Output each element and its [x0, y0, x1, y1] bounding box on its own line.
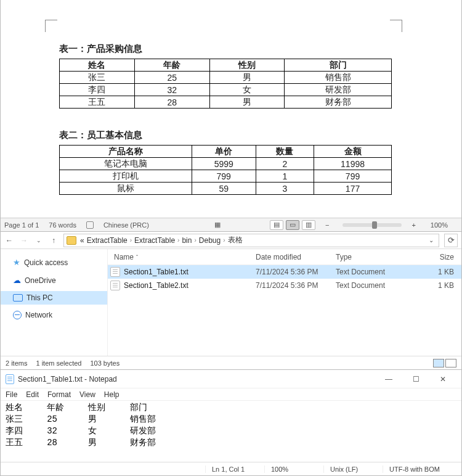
breadcrumb-part[interactable]: ExtractTable	[87, 236, 128, 245]
column-header-name[interactable]: Nameˆ	[108, 253, 256, 261]
sidebar-item-network[interactable]: Network	[1, 308, 107, 322]
table-cell: 销售部	[285, 72, 392, 84]
file-row[interactable]: Section1_Table2.txt 7/11/2024 5:36 PM Te…	[108, 279, 461, 292]
view-toggle-group	[433, 359, 456, 367]
file-date: 7/11/2024 5:36 PM	[256, 281, 336, 290]
view-read-mode-button[interactable]: ▤	[270, 220, 283, 230]
language-indicator[interactable]: Chinese (PRC)	[103, 221, 149, 229]
table-header-cell: 姓名	[60, 59, 135, 72]
sidebar-item-this-pc[interactable]: This PC	[1, 291, 107, 305]
zoom-slider-thumb[interactable]	[372, 221, 377, 229]
cloud-icon: ☁	[13, 276, 21, 285]
nav-history-button[interactable]: ⌄	[34, 236, 44, 245]
table-cell: 笔记本电脑	[60, 158, 192, 170]
breadcrumb-ellipsis[interactable]: «	[80, 236, 84, 245]
menu-help[interactable]: Help	[104, 390, 120, 399]
sidebar-item-onedrive[interactable]: ☁OneDrive	[1, 273, 107, 287]
page-indicator[interactable]: Page 1 of 1	[4, 221, 39, 229]
view-web-layout-button[interactable]: ▥	[302, 220, 315, 230]
word-status-bar: Page 1 of 1 76 words Chinese (PRC) ▦ ▤ ▭…	[1, 218, 461, 231]
column-header-size[interactable]: Size	[403, 253, 461, 261]
file-row[interactable]: Section1_Table1.txt 7/11/2024 5:36 PM Te…	[108, 265, 461, 279]
macro-icon[interactable]: ▦	[214, 221, 221, 229]
table-cell: 张三	[60, 72, 135, 84]
refresh-button[interactable]: ⟳	[444, 234, 458, 247]
sidebar-item-quick-access[interactable]: ★Quick access	[1, 255, 107, 269]
column-header-date[interactable]: Date modified	[256, 253, 336, 261]
breadcrumb-part[interactable]: bin	[182, 236, 192, 245]
table2-title: 表二：员工基本信息	[59, 129, 418, 141]
table-cell: 2	[256, 158, 314, 170]
notepad-titlebar[interactable]: Section1_Table1.txt - Notepad ― ☐ ✕	[1, 370, 461, 388]
table-cell: 研发部	[285, 84, 392, 96]
table-header-cell: 性别	[209, 59, 285, 72]
menu-view[interactable]: View	[79, 390, 95, 399]
table-row: 打印机 799 1 799	[60, 170, 392, 183]
close-button[interactable]: ✕	[429, 371, 456, 388]
maximize-button[interactable]: ☐	[402, 371, 429, 388]
table-cell: 男	[209, 96, 285, 109]
file-explorer: ← → ⌄ ↑ « ExtractTable› ExtractTable› bi…	[0, 232, 462, 370]
breadcrumb-dropdown-button[interactable]: ⌄	[426, 237, 436, 244]
zoom-slider[interactable]	[342, 223, 402, 227]
zoom-in-button[interactable]: +	[411, 221, 415, 229]
thumbnails-view-button[interactable]	[445, 359, 456, 367]
file-name: Section1_Table1.txt	[124, 268, 188, 276]
table-cell: 王五	[60, 96, 135, 109]
notepad-icon	[6, 374, 14, 384]
chevron-right-icon: ›	[130, 237, 132, 244]
explorer-status-bar: 2 items 1 item selected 103 bytes	[1, 356, 461, 369]
breadcrumb-part[interactable]: 表格	[228, 235, 243, 245]
table-header-cell: 单价	[192, 146, 256, 158]
notepad-status-bar: Ln 1, Col 1 100% Unix (LF) UTF-8 with BO…	[1, 462, 461, 475]
list-header-row: Nameˆ Date modified Type Size	[108, 249, 461, 265]
word-count[interactable]: 76 words	[49, 221, 76, 229]
table-header-cell: 产品名称	[60, 146, 192, 158]
table-row: 鼠标 59 3 177	[60, 183, 392, 195]
table-header-cell: 年龄	[134, 59, 209, 72]
chevron-right-icon: ›	[194, 237, 196, 244]
column-header-type[interactable]: Type	[336, 253, 403, 261]
table-cell: 799	[314, 170, 392, 183]
notepad-zoom: 100%	[264, 466, 323, 473]
table-cell: 28	[134, 96, 209, 109]
minimize-button[interactable]: ―	[375, 371, 402, 388]
breadcrumb-part[interactable]: ExtractTable	[134, 236, 175, 245]
nav-up-button[interactable]: ↑	[49, 236, 59, 245]
column-header-label: Name	[114, 253, 134, 261]
nav-forward-button[interactable]: →	[19, 236, 29, 245]
zoom-out-button[interactable]: −	[325, 221, 329, 229]
explorer-sidebar: ★Quick access ☁OneDrive This PC Network	[1, 249, 108, 356]
view-print-layout-button[interactable]: ▭	[286, 220, 299, 230]
proofing-icon[interactable]	[86, 221, 94, 229]
table-row: 笔记本电脑 5999 2 11998	[60, 158, 392, 170]
table1: 姓名 年龄 性别 部门 张三 25 男 销售部 李四 32 女 研发部 王五 2…	[59, 59, 392, 109]
details-view-button[interactable]	[433, 359, 444, 367]
selection-count: 1 item selected	[36, 359, 81, 367]
sidebar-item-label: OneDrive	[25, 276, 56, 285]
table-cell: 799	[192, 170, 256, 183]
folder-icon	[67, 236, 76, 245]
zoom-percent[interactable]: 100%	[431, 221, 448, 229]
table-row: 王五 28 男 财务部	[60, 96, 392, 109]
breadcrumb-part[interactable]: Debug	[199, 236, 221, 245]
table-cell: 3	[256, 183, 314, 195]
menu-file[interactable]: File	[6, 390, 17, 399]
notepad-text-area[interactable]: 姓名 年龄 性别 部门 张三 25 男 销售部 李四 32 女 研发部 王五 2…	[1, 401, 461, 462]
table-cell: 女	[209, 84, 285, 96]
table-cell: 32	[134, 84, 209, 96]
item-count: 2 items	[6, 359, 27, 367]
star-icon: ★	[13, 258, 20, 267]
notepad-menu-bar: File Edit Format View Help	[1, 388, 461, 401]
nav-back-button[interactable]: ←	[4, 236, 14, 245]
table2: 产品名称 单价 数量 金额 笔记本电脑 5999 2 11998 打印机 799…	[59, 145, 392, 195]
crop-mark	[45, 20, 57, 32]
menu-format[interactable]: Format	[47, 390, 71, 399]
notepad-window: Section1_Table1.txt - Notepad ― ☐ ✕ File…	[0, 370, 462, 476]
explorer-nav-bar: ← → ⌄ ↑ « ExtractTable› ExtractTable› bi…	[1, 232, 461, 249]
table-header-cell: 数量	[256, 146, 314, 158]
breadcrumb[interactable]: « ExtractTable› ExtractTable› bin› Debug…	[63, 234, 439, 247]
table-header-row: 产品名称 单价 数量 金额	[60, 146, 392, 158]
menu-edit[interactable]: Edit	[26, 390, 39, 399]
text-file-icon	[110, 267, 120, 277]
